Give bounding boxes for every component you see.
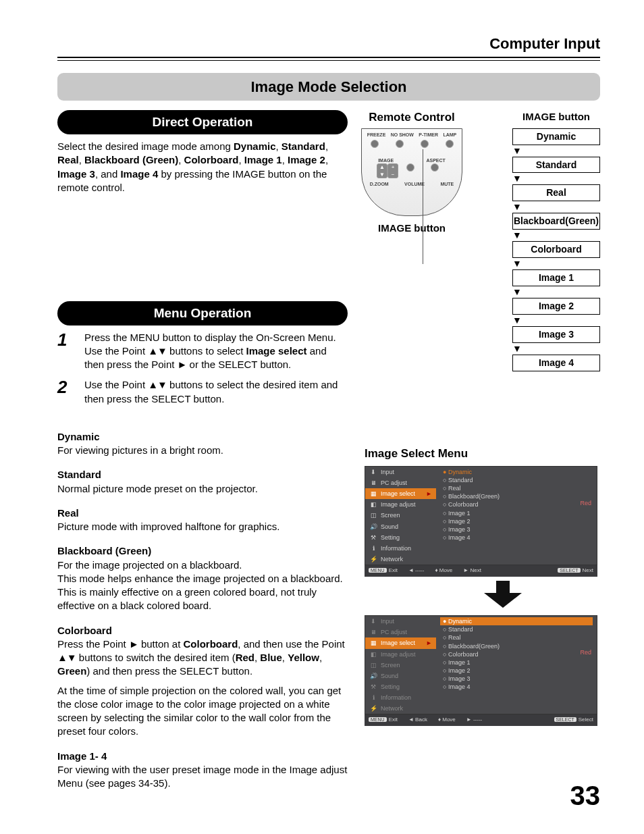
- osd-item-icon: ⚡: [369, 704, 377, 712]
- btn-lamp: [446, 140, 454, 148]
- step-number: 1: [57, 331, 84, 372]
- step-body: Use the Point ▲▼ buttons to select the d…: [84, 378, 348, 406]
- mode-box: Image 2: [512, 298, 600, 315]
- osd-sidebar-item: ℹInformation: [365, 692, 436, 703]
- osd-option-row: ○ Standard: [440, 476, 593, 484]
- rule-thin: [57, 60, 600, 61]
- def-colorboard-p1: Press the Point ► button at Colorboard, …: [57, 637, 351, 679]
- mode-box: Dynamic: [512, 128, 600, 145]
- cb-bold: Colorboard: [183, 638, 238, 650]
- cb-post: ) and then press the SELECT button.: [86, 665, 252, 677]
- osd-item-icon: ℹ: [369, 694, 377, 702]
- color-name: Red: [236, 652, 254, 663]
- color-name: Blue: [260, 652, 282, 663]
- osd-sidebar-item: ⬇Input: [365, 616, 436, 627]
- osd-side-note: Red: [580, 648, 591, 656]
- lbl-dzoom: D.ZOOM: [370, 181, 389, 187]
- osd-item-icon: ℹ: [369, 544, 377, 552]
- osd-option-row: ○ Image 2: [440, 667, 593, 675]
- osd-side-note: Red: [580, 499, 591, 507]
- osd-item-icon: ⚡: [369, 555, 377, 563]
- mode-box: Blackboard(Green): [512, 213, 600, 230]
- down-arrow-icon: ▼: [512, 259, 600, 268]
- down-arrow-icon: ▼: [512, 344, 600, 353]
- osd-item-label: Network: [381, 555, 403, 563]
- osd-item-label: PC adjust: [381, 479, 407, 487]
- lbl-ptimer: P-TIMER: [419, 132, 438, 138]
- definition-body: Normal picture mode preset on the projec…: [57, 482, 351, 496]
- osd-footer: MENUExit◄ Back♦ Move► -----SELECTSelect: [365, 714, 597, 726]
- osd-sidebar-item: 🖥PC adjust: [365, 627, 436, 637]
- mode-box: Standard: [512, 157, 600, 174]
- osd-item-icon: ◫: [369, 661, 377, 669]
- banner-title: Image Mode Selection: [57, 73, 600, 101]
- menu-steps: 1Press the MENU button to display the On…: [57, 331, 348, 406]
- osd-item-icon: ▦: [369, 640, 377, 648]
- down-arrow-icon: ▼: [512, 287, 600, 296]
- mode-chain-label: IMAGE button: [522, 110, 590, 124]
- pointer-line: [423, 149, 423, 264]
- osd-item-label: Setting: [381, 683, 400, 691]
- down-arrow-icon: ▼: [512, 230, 600, 240]
- osd-item-icon: ◫: [369, 511, 377, 519]
- down-arrow-icon: ▼: [512, 174, 600, 183]
- osd-item-label: Input: [381, 468, 394, 476]
- direct-op-heading: Direct Operation: [57, 110, 348, 134]
- osd-sidebar-item: ⚡Network: [365, 554, 436, 565]
- lbl-aspect: ASPECT: [426, 157, 445, 163]
- cb-m2: , and then use the Point: [238, 638, 344, 650]
- page-number: 33: [570, 777, 601, 814]
- lbl-noshow: NO SHOW: [391, 132, 414, 138]
- mode-box: Image 3: [512, 326, 600, 343]
- definition-heading: Real: [57, 506, 351, 520]
- mode-name: Image 1: [244, 154, 282, 165]
- osd-sidebar-item: ◫Screen: [365, 510, 436, 521]
- osd-item-icon: ⚒: [369, 533, 377, 542]
- mode-chain: IMAGE button Dynamic▼Standard▼Real▼Black…: [512, 110, 600, 371]
- osd-sidebar-item: ⬇Input: [365, 467, 436, 477]
- definition-block: DynamicFor viewing pictures in a bright …: [57, 430, 351, 458]
- remote-caption: IMAGE button: [378, 221, 446, 235]
- osd-item-label: Image select: [381, 490, 415, 498]
- cb-m3: buttons to switch the desired item (: [76, 652, 236, 663]
- step-body: Press the MENU button to display the On-…: [84, 331, 348, 372]
- direct-pre: Select the desired image mode among: [57, 140, 234, 152]
- menu-step: 1Press the MENU button to display the On…: [57, 331, 348, 372]
- def-colorboard-p2: At the time of simple projection on the …: [57, 684, 351, 739]
- osd-item-label: Information: [381, 694, 411, 702]
- definition-heading: Blackboard (Green): [57, 544, 351, 558]
- step-number: 2: [57, 378, 84, 406]
- osd-sidebar-item: ◧Image adjust: [365, 499, 436, 510]
- osd-item-icon: ⚒: [369, 683, 377, 691]
- down-arrow-icon: [405, 581, 600, 611]
- def-colorboard: Colorboard Press the Point ► button at C…: [57, 624, 351, 739]
- cb-pre: Press the Point: [57, 638, 129, 650]
- rule-thick: [57, 57, 600, 58]
- osd-option-row: ● Dynamic: [440, 468, 593, 476]
- mode-name: Colorboard: [184, 154, 239, 165]
- osd-option-row: ○ Blackboard(Green): [440, 642, 593, 650]
- btn-image: [406, 163, 414, 172]
- mode-name: Real: [57, 154, 79, 165]
- osd-option-row: ○ Colorboard: [440, 650, 593, 658]
- definition-heading: Dynamic: [57, 430, 351, 444]
- svg-marker-0: [484, 581, 522, 608]
- definition-body: For the image projected on a blackboard.…: [57, 558, 351, 613]
- remote-control-figure: Remote Control FREEZE NO SHOW P-TIMER LA…: [361, 110, 462, 235]
- osd-item-icon: 🖥: [369, 479, 377, 487]
- osd-item-label: Information: [381, 544, 411, 552]
- btn-aspect: [431, 163, 439, 172]
- osd-sidebar-item: ⚡Network: [365, 703, 436, 714]
- osd-item-label: Screen: [381, 661, 400, 669]
- osd-item-icon: ◧: [369, 650, 377, 658]
- osd-item-label: PC adjust: [381, 628, 407, 636]
- osd-item-icon: 🔊: [369, 523, 377, 531]
- osd-item-label: Network: [381, 704, 403, 712]
- btn-ptimer: [421, 140, 429, 148]
- cb-m1: button at: [138, 638, 184, 650]
- osd-item-icon: 🖥: [369, 628, 377, 636]
- definition-block: StandardNormal picture mode preset on th…: [57, 468, 351, 496]
- mode-box: Image 1: [512, 269, 600, 286]
- right-arrow-icon: ►: [129, 638, 138, 650]
- definition-body: For viewing pictures in a bright room.: [57, 444, 351, 457]
